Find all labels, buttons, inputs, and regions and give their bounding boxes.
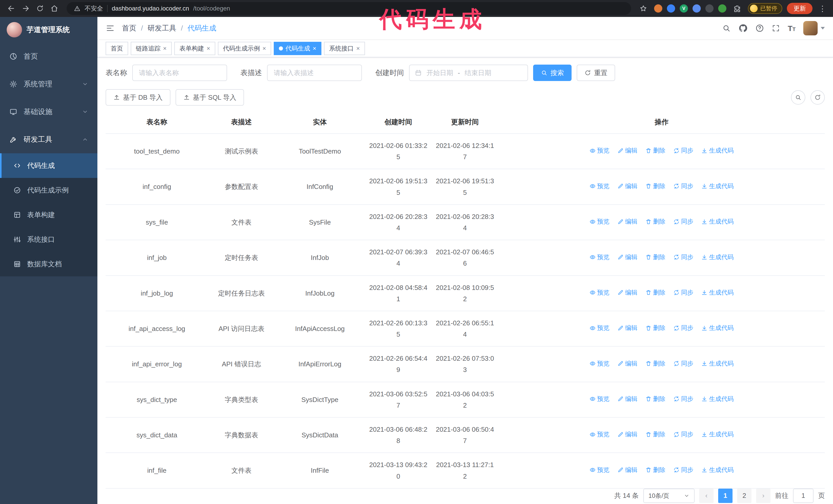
edit-link[interactable]: 编辑 (617, 323, 638, 333)
table-name-input[interactable] (132, 65, 227, 81)
sidebar-item-infrastructure[interactable]: 基础设施 (0, 98, 97, 126)
extension-icon-green-v[interactable]: V (680, 4, 688, 13)
sync-link[interactable]: 同步 (673, 181, 693, 192)
sidebar-item-dev-tools[interactable]: 研发工具 (0, 126, 97, 153)
edit-link[interactable]: 编辑 (617, 252, 638, 263)
sync-link[interactable]: 同步 (673, 323, 693, 333)
sidebar-item-home[interactable]: 首页 (0, 43, 97, 70)
sidebar-item-system-management[interactable]: 系统管理 (0, 70, 97, 98)
tab-close-icon[interactable]: × (356, 45, 360, 51)
preview-link[interactable]: 预览 (590, 394, 610, 404)
extensions-puzzle-icon[interactable] (731, 2, 743, 15)
edit-link[interactable]: 编辑 (617, 145, 638, 156)
generate-code-link[interactable]: 生成代码 (701, 216, 734, 227)
preview-link[interactable]: 预览 (590, 181, 610, 192)
delete-link[interactable]: 删除 (645, 358, 665, 369)
edit-link[interactable]: 编辑 (617, 287, 638, 298)
edit-link[interactable]: 编辑 (617, 216, 638, 227)
extension-icon-people[interactable] (693, 4, 701, 13)
generate-code-link[interactable]: 生成代码 (701, 181, 734, 192)
sync-link[interactable]: 同步 (673, 216, 693, 227)
extension-icon-leaf[interactable] (718, 4, 727, 13)
generate-code-link[interactable]: 生成代码 (701, 358, 734, 369)
github-icon[interactable] (738, 24, 748, 33)
generate-code-link[interactable]: 生成代码 (701, 145, 734, 156)
delete-link[interactable]: 删除 (645, 181, 665, 192)
sync-link[interactable]: 同步 (673, 287, 693, 298)
edit-link[interactable]: 编辑 (617, 394, 638, 404)
edit-link[interactable]: 编辑 (617, 465, 638, 475)
browser-forward-icon[interactable] (20, 2, 32, 15)
sync-link[interactable]: 同步 (673, 465, 693, 475)
delete-link[interactable]: 删除 (645, 429, 665, 440)
generate-code-link[interactable]: 生成代码 (701, 252, 734, 263)
next-page-button[interactable]: › (756, 488, 770, 503)
sync-link[interactable]: 同步 (673, 145, 693, 156)
delete-link[interactable]: 删除 (645, 323, 665, 333)
sidebar-collapse-icon[interactable] (105, 24, 115, 33)
sidebar-item-code-generation-example[interactable]: 代码生成示例 (0, 178, 97, 202)
preview-link[interactable]: 预览 (590, 429, 610, 440)
user-menu[interactable] (803, 21, 825, 35)
preview-link[interactable]: 预览 (590, 323, 610, 333)
browser-home-icon[interactable] (48, 2, 61, 15)
extension-icon-dark[interactable] (705, 4, 714, 13)
sync-link[interactable]: 同步 (673, 429, 693, 440)
preview-link[interactable]: 预览 (590, 287, 610, 298)
edit-link[interactable]: 编辑 (617, 181, 638, 192)
delete-link[interactable]: 删除 (645, 394, 665, 404)
font-size-icon[interactable]: TT (788, 24, 795, 33)
tab-system-api[interactable]: 系统接口 × (324, 42, 365, 55)
page-button-1[interactable]: 1 (718, 488, 733, 503)
browser-back-icon[interactable] (5, 2, 18, 15)
tab-close-icon[interactable]: × (207, 45, 210, 51)
tab-codegen[interactable]: 代码生成 × (274, 42, 322, 55)
search-icon[interactable] (722, 24, 731, 32)
preview-link[interactable]: 预览 (590, 465, 610, 475)
fullscreen-icon[interactable] (772, 24, 780, 32)
tab-trace[interactable]: 链路追踪 × (131, 42, 172, 55)
table-desc-input[interactable] (267, 65, 362, 81)
page-size-select[interactable]: 10条/页 (643, 488, 695, 503)
import-sql-button[interactable]: 基于 SQL 导入 (175, 89, 244, 105)
generate-code-link[interactable]: 生成代码 (701, 323, 734, 333)
extension-icon-blue[interactable] (667, 4, 675, 13)
profile-paused-badge[interactable]: 已暂停 (748, 3, 782, 14)
browser-reload-icon[interactable] (34, 2, 46, 15)
goto-page-input[interactable] (793, 488, 813, 503)
sync-link[interactable]: 同步 (673, 252, 693, 263)
generate-code-link[interactable]: 生成代码 (701, 429, 734, 440)
preview-link[interactable]: 预览 (590, 145, 610, 156)
preview-link[interactable]: 预览 (590, 252, 610, 263)
generate-code-link[interactable]: 生成代码 (701, 465, 734, 475)
preview-link[interactable]: 预览 (590, 216, 610, 227)
tab-form-builder[interactable]: 表单构建 × (174, 42, 215, 55)
toggle-search-button[interactable] (791, 90, 805, 104)
tab-home[interactable]: 首页 (105, 42, 128, 55)
search-button[interactable]: 搜索 (533, 65, 572, 81)
delete-link[interactable]: 删除 (645, 287, 665, 298)
delete-link[interactable]: 删除 (645, 252, 665, 263)
create-time-range-picker[interactable]: 开始日期 - 结束日期 (409, 65, 528, 81)
tab-codegen-example[interactable]: 代码生成示例 × (218, 42, 271, 55)
bookmark-star-icon[interactable] (637, 2, 649, 15)
chrome-update-button[interactable]: 更新 (787, 3, 812, 14)
sidebar-item-form-builder[interactable]: 表单构建 (0, 202, 97, 227)
page-button-2[interactable]: 2 (737, 488, 752, 503)
generate-code-link[interactable]: 生成代码 (701, 394, 734, 404)
tab-close-icon[interactable]: × (163, 45, 167, 51)
sync-link[interactable]: 同步 (673, 394, 693, 404)
address-bar[interactable]: 不安全 dashboard.yudao.iocoder.cn/tool/code… (67, 2, 631, 15)
delete-link[interactable]: 删除 (645, 145, 665, 156)
delete-link[interactable]: 删除 (645, 216, 665, 227)
app-logo[interactable]: 芋道管理系统 (0, 17, 97, 43)
help-icon[interactable] (755, 24, 764, 32)
sidebar-item-code-generation[interactable]: 代码生成 (0, 153, 97, 178)
edit-link[interactable]: 编辑 (617, 429, 638, 440)
generate-code-link[interactable]: 生成代码 (701, 287, 734, 298)
delete-link[interactable]: 删除 (645, 465, 665, 475)
sidebar-item-database-doc[interactable]: 数据库文档 (0, 252, 97, 277)
edit-link[interactable]: 编辑 (617, 358, 638, 369)
tab-close-icon[interactable]: × (313, 45, 316, 51)
breadcrumb-dev-tools[interactable]: 研发工具 (148, 23, 176, 33)
